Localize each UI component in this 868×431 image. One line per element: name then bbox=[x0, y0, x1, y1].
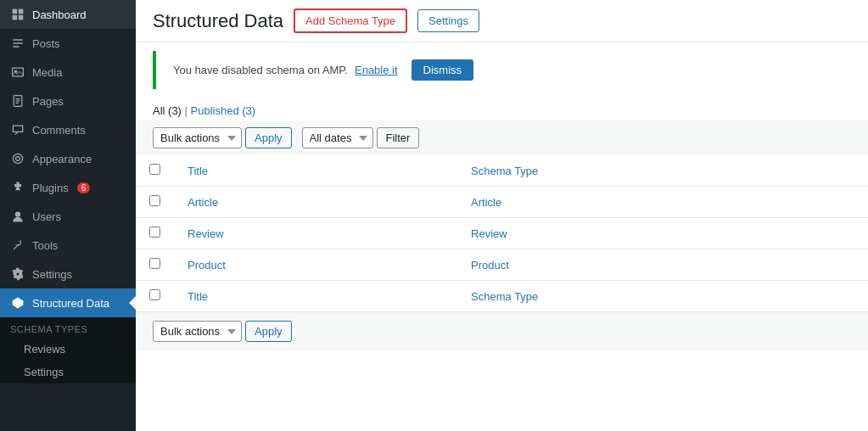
bottom-filter-bar: Bulk actions Delete Apply bbox=[136, 312, 868, 350]
sidebar-item-posts[interactable]: Posts bbox=[0, 29, 136, 58]
row-title-link[interactable]: Product bbox=[188, 259, 226, 271]
add-schema-button[interactable]: Add Schema Type bbox=[294, 8, 407, 33]
row-checkbox[interactable] bbox=[149, 227, 160, 238]
row-title-link[interactable]: Review bbox=[188, 227, 224, 240]
select-all-checkbox[interactable] bbox=[149, 164, 160, 175]
dates-select[interactable]: All dates bbox=[302, 127, 373, 148]
filter-tab-published[interactable]: Published (3) bbox=[191, 104, 256, 117]
row-title-link[interactable]: Article bbox=[188, 196, 218, 209]
sidebar-item-users[interactable]: Users bbox=[0, 202, 136, 231]
row-checkbox-cell bbox=[136, 187, 174, 218]
top-filter-bar: Bulk actions Delete Apply All dates Filt… bbox=[136, 120, 868, 155]
row-title-cell: Product bbox=[174, 249, 457, 281]
page-header: Structured Data Add Schema Type Settings bbox=[136, 0, 868, 42]
table-row: Article Article bbox=[136, 187, 868, 218]
table-row: Product Product bbox=[136, 249, 868, 281]
structured-data-icon bbox=[10, 295, 25, 311]
sidebar-item-label: Comments bbox=[32, 124, 86, 137]
sidebar-item-pages[interactable]: Pages bbox=[0, 87, 136, 115]
schema-section-label: Schema Types bbox=[0, 317, 136, 338]
row-title-cell: Review bbox=[174, 218, 457, 249]
sidebar-item-label: Users bbox=[32, 210, 61, 223]
sidebar-item-label: Dashboard bbox=[32, 8, 87, 21]
apply-button-top[interactable]: Apply bbox=[245, 127, 292, 148]
table-header-title: Title bbox=[174, 155, 457, 187]
dismiss-button[interactable]: Dismiss bbox=[412, 59, 474, 81]
footer-schema-type[interactable]: Schema Type bbox=[471, 290, 538, 303]
bulk-actions-select-bottom[interactable]: Bulk actions Delete bbox=[153, 321, 242, 342]
comments-icon bbox=[10, 122, 25, 137]
svg-marker-13 bbox=[13, 298, 24, 309]
row-checkbox-cell bbox=[136, 218, 174, 249]
plugins-icon bbox=[10, 180, 25, 195]
sidebar-item-plugins[interactable]: Plugins 6 bbox=[0, 173, 136, 202]
sidebar-item-tools[interactable]: Tools bbox=[0, 231, 136, 260]
svg-rect-2 bbox=[13, 15, 18, 20]
sidebar-submenu-settings[interactable]: Settings bbox=[0, 361, 136, 383]
users-icon bbox=[10, 209, 25, 224]
sidebar-item-label: Tools bbox=[32, 239, 58, 252]
enable-it-link[interactable]: Enable it bbox=[355, 64, 398, 76]
sidebar-item-appearance[interactable]: Appearance bbox=[0, 144, 136, 173]
sidebar-item-label: Media bbox=[32, 66, 62, 79]
main-content: Structured Data Add Schema Type Settings… bbox=[136, 0, 868, 431]
sidebar-item-comments[interactable]: Comments bbox=[0, 115, 136, 144]
sidebar-item-label: Posts bbox=[32, 37, 60, 50]
page-title: Structured Data bbox=[153, 10, 283, 32]
footer-checkbox-cell bbox=[136, 281, 174, 312]
sidebar-item-structured-data[interactable]: Structured Data bbox=[0, 288, 136, 317]
footer-title-cell: Title bbox=[174, 281, 457, 312]
filter-tab-all[interactable]: All (3) bbox=[153, 104, 182, 117]
svg-rect-4 bbox=[13, 68, 24, 76]
row-checkbox[interactable] bbox=[149, 258, 160, 269]
footer-schema-type-cell: Schema Type bbox=[457, 281, 868, 312]
sidebar: Dashboard Posts Media Pages Comments App… bbox=[0, 0, 136, 431]
table-header-checkbox-col bbox=[136, 155, 174, 187]
media-icon bbox=[10, 64, 25, 80]
sidebar-item-settings[interactable]: Settings bbox=[0, 260, 136, 288]
row-schema-type-cell: Article bbox=[457, 187, 868, 218]
sidebar-item-label: Structured Data bbox=[32, 297, 109, 310]
posts-icon bbox=[10, 36, 25, 51]
svg-point-10 bbox=[13, 154, 22, 163]
sidebar-item-dashboard[interactable]: Dashboard bbox=[0, 0, 136, 29]
row-schema-type[interactable]: Review bbox=[471, 227, 507, 240]
table-row: Review Review bbox=[136, 218, 868, 249]
header-settings-button[interactable]: Settings bbox=[417, 9, 479, 32]
filter-button[interactable]: Filter bbox=[377, 127, 420, 148]
sidebar-item-label: Settings bbox=[32, 268, 72, 281]
plugins-badge: 6 bbox=[77, 182, 91, 193]
svg-point-11 bbox=[16, 157, 20, 161]
schema-table: Title Schema Type Article bbox=[136, 155, 868, 312]
sidebar-item-label: Pages bbox=[32, 95, 64, 108]
sidebar-submenu-reviews[interactable]: Reviews bbox=[0, 338, 136, 361]
appearance-icon bbox=[10, 151, 25, 166]
footer-title[interactable]: Title bbox=[188, 290, 208, 303]
row-schema-type[interactable]: Article bbox=[471, 196, 501, 209]
dashboard-icon bbox=[10, 7, 25, 22]
row-checkbox-cell bbox=[136, 249, 174, 281]
svg-rect-1 bbox=[19, 9, 24, 14]
svg-rect-0 bbox=[13, 9, 18, 14]
title-column-header[interactable]: Title bbox=[188, 165, 208, 177]
pages-icon bbox=[10, 93, 25, 109]
settings-icon bbox=[10, 266, 25, 282]
active-arrow bbox=[129, 296, 136, 310]
sidebar-item-label: Plugins bbox=[32, 182, 69, 194]
sidebar-item-label: Appearance bbox=[32, 153, 92, 165]
footer-checkbox[interactable] bbox=[149, 289, 160, 300]
apply-button-bottom[interactable]: Apply bbox=[245, 321, 292, 342]
row-schema-type[interactable]: Product bbox=[471, 259, 509, 271]
bulk-actions-select-top[interactable]: Bulk actions Delete bbox=[153, 127, 242, 148]
row-checkbox[interactable] bbox=[149, 195, 160, 206]
notice-text: You have disabled schema on AMP. bbox=[173, 64, 348, 76]
content-area: Structured Data Add Schema Type Settings… bbox=[136, 0, 868, 431]
sidebar-item-media[interactable]: Media bbox=[0, 58, 136, 87]
row-schema-type-cell: Review bbox=[457, 218, 868, 249]
svg-rect-3 bbox=[19, 15, 24, 20]
notice-bar: You have disabled schema on AMP. Enable … bbox=[153, 51, 851, 89]
row-title-cell: Article bbox=[174, 187, 457, 218]
tools-icon bbox=[10, 238, 25, 253]
filter-tabs-container: All (3) | Published (3) bbox=[136, 98, 868, 120]
schema-type-column-header[interactable]: Schema Type bbox=[471, 165, 538, 177]
